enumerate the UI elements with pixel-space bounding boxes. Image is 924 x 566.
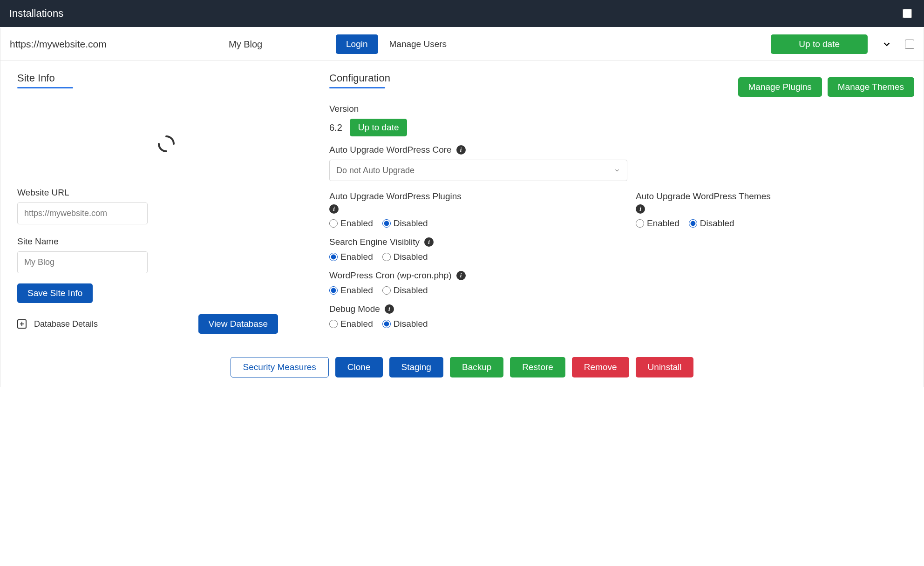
version-status-badge[interactable]: Up to date xyxy=(350,119,408,136)
manage-themes-button[interactable]: Manage Themes xyxy=(828,77,914,97)
website-url-label: Website URL xyxy=(17,188,315,198)
manage-users-link[interactable]: Manage Users xyxy=(386,37,451,51)
search-disabled-radio[interactable]: Disabled xyxy=(382,252,428,262)
installation-url[interactable]: https://mywebsite.com xyxy=(10,39,215,50)
debug-mode-label: Debug Mode xyxy=(329,304,380,314)
uninstall-button[interactable]: Uninstall xyxy=(636,357,694,377)
site-preview-loading xyxy=(17,102,315,186)
info-icon[interactable]: i xyxy=(424,237,434,247)
view-database-button[interactable]: View Database xyxy=(198,314,278,334)
site-info-section: Site Info Website URL Site Name Save Sit… xyxy=(17,72,315,337)
version-label: Version xyxy=(329,104,914,114)
expand-icon[interactable] xyxy=(881,38,893,50)
search-enabled-radio[interactable]: Enabled xyxy=(329,252,373,262)
website-url-input[interactable] xyxy=(17,202,148,224)
configuration-title: Configuration xyxy=(329,72,390,84)
underline-decor xyxy=(329,87,385,88)
backup-button[interactable]: Backup xyxy=(450,357,503,377)
installation-body: Site Info Website URL Site Name Save Sit… xyxy=(0,61,924,345)
info-icon[interactable]: i xyxy=(456,271,466,280)
underline-decor xyxy=(17,87,73,88)
info-icon[interactable]: i xyxy=(456,145,466,155)
installation-actions: Login Manage Users Up to date xyxy=(336,34,914,54)
database-details-toggle[interactable]: + Database Details xyxy=(17,319,98,329)
wp-cron-label: WordPress Cron (wp-cron.php) xyxy=(329,270,452,281)
site-info-title: Site Info xyxy=(17,72,315,84)
version-value: 6.2 xyxy=(329,122,342,133)
installations-header: Installations xyxy=(0,0,924,27)
site-name-label: Site Name xyxy=(17,236,315,247)
site-name-input[interactable] xyxy=(17,251,148,273)
remove-button[interactable]: Remove xyxy=(572,357,629,377)
clone-button[interactable]: Clone xyxy=(335,357,383,377)
manage-plugins-button[interactable]: Manage Plugins xyxy=(738,77,822,97)
auto-upgrade-core-select[interactable]: Do not Auto Upgrade xyxy=(329,160,627,181)
installation-row: https://mywebsite.com My Blog Login Mana… xyxy=(0,28,924,61)
select-row-checkbox[interactable] xyxy=(905,40,914,49)
spinner-icon xyxy=(157,135,176,153)
action-footer: Security Measures Clone Staging Backup R… xyxy=(0,345,924,387)
auto-upgrade-plugins-label: Auto Upgrade WordPress Plugins xyxy=(329,191,462,202)
auto-upgrade-themes-label: Auto Upgrade WordPress Themes xyxy=(636,191,771,202)
info-icon[interactable]: i xyxy=(385,304,394,314)
database-details-label: Database Details xyxy=(34,319,98,329)
save-site-info-button[interactable]: Save Site Info xyxy=(17,283,93,303)
staging-button[interactable]: Staging xyxy=(389,357,443,377)
cron-disabled-radio[interactable]: Disabled xyxy=(382,285,428,296)
page-title: Installations xyxy=(9,7,63,20)
plugins-enabled-radio[interactable]: Enabled xyxy=(329,218,373,229)
configuration-section: Configuration Manage Plugins Manage Them… xyxy=(329,72,914,337)
auto-upgrade-core-label: Auto Upgrade WordPress Core xyxy=(329,145,452,155)
debug-enabled-radio[interactable]: Enabled xyxy=(329,319,373,329)
debug-disabled-radio[interactable]: Disabled xyxy=(382,319,428,329)
themes-enabled-radio[interactable]: Enabled xyxy=(636,218,679,229)
info-icon[interactable]: i xyxy=(636,204,645,214)
installation-name: My Blog xyxy=(229,39,322,50)
search-engine-label: Search Engine Visiblity xyxy=(329,237,420,247)
cron-enabled-radio[interactable]: Enabled xyxy=(329,285,373,296)
restore-button[interactable]: Restore xyxy=(510,357,565,377)
security-measures-button[interactable]: Security Measures xyxy=(231,357,329,377)
status-badge[interactable]: Up to date xyxy=(771,34,868,54)
info-icon[interactable]: i xyxy=(329,204,339,214)
themes-disabled-radio[interactable]: Disabled xyxy=(689,218,734,229)
plus-icon: + xyxy=(17,319,27,329)
login-button[interactable]: Login xyxy=(336,34,378,54)
plugins-disabled-radio[interactable]: Disabled xyxy=(382,218,428,229)
select-all-checkbox[interactable] xyxy=(903,9,912,18)
